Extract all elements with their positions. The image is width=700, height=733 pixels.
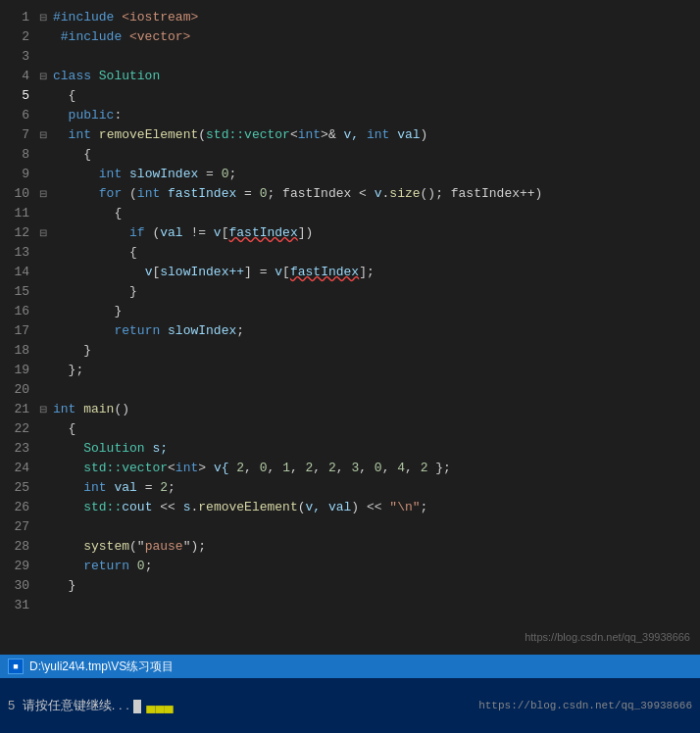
token: { — [53, 145, 91, 165]
code-line: ⊟ int removeElement(std::vector<int>& v,… — [39, 125, 692, 145]
fold-icon[interactable] — [39, 106, 53, 125]
token: v, — [344, 125, 367, 145]
code-line: public: — [39, 106, 692, 125]
token: fastIndex — [228, 223, 297, 243]
fold-icon[interactable] — [39, 145, 53, 165]
code-line: } — [39, 282, 692, 302]
fold-icon[interactable] — [39, 321, 53, 341]
token: , — [290, 459, 306, 478]
fold-icon[interactable] — [39, 341, 53, 361]
token: ; — [145, 557, 153, 576]
token: fastIndex — [290, 263, 359, 282]
fold-icon[interactable] — [39, 27, 53, 47]
line-number: 19 — [8, 361, 29, 380]
token: 2 — [328, 459, 336, 478]
token: , — [313, 459, 328, 478]
fold-icon[interactable] — [39, 361, 53, 380]
token: fastIndex — [168, 184, 236, 204]
token: int — [175, 459, 198, 478]
token: [ — [222, 223, 229, 243]
fold-icon[interactable] — [39, 596, 53, 615]
fold-icon[interactable]: ⊟ — [39, 125, 53, 145]
fold-icon[interactable] — [39, 86, 53, 106]
token: ] = — [244, 263, 275, 282]
fold-icon[interactable]: ⊟ — [39, 400, 53, 419]
code-line: { — [39, 243, 692, 263]
code-line: { — [39, 86, 692, 106]
terminal-watermark: https://blog.csdn.net/qq_39938666 — [478, 700, 692, 711]
line-number: 6 — [8, 106, 29, 125]
fold-icon[interactable] — [39, 537, 53, 557]
token: class — [53, 67, 99, 86]
fold-icon[interactable] — [39, 47, 53, 67]
fold-icon[interactable] — [39, 282, 53, 302]
line-number: 24 — [8, 459, 29, 478]
token: ]; — [359, 263, 375, 282]
token — [53, 557, 83, 576]
token: #include — [53, 8, 122, 27]
token: removeElement — [198, 498, 297, 517]
fold-icon[interactable] — [39, 557, 53, 576]
token: int — [83, 478, 114, 498]
token: 1 — [282, 459, 290, 478]
fold-icon[interactable] — [39, 165, 53, 184]
fold-icon[interactable]: ⊟ — [39, 67, 53, 86]
line-numbers: 1234567891011121314151617181920212223242… — [0, 0, 35, 655]
terminal-prompt-text: 请按任意键继续. . . — [23, 698, 129, 712]
line-number: 18 — [8, 341, 29, 361]
fold-icon[interactable] — [39, 380, 53, 400]
line-number: 5 — [8, 86, 29, 106]
token: std:: — [83, 459, 122, 478]
fold-icon[interactable] — [39, 419, 53, 439]
code-line: ⊟ for (int fastIndex = 0; fastIndex < v.… — [39, 184, 692, 204]
code-line: ⊟#include <iostream> — [39, 8, 692, 27]
token: #include — [53, 27, 129, 47]
code-line: Solution s; — [39, 439, 692, 459]
token: slowIndex — [129, 165, 198, 184]
code-content[interactable]: ⊟#include <iostream> #include <vector> ⊟… — [35, 0, 700, 655]
fold-icon[interactable]: ⊟ — [39, 184, 53, 204]
code-line: v[slowIndex++] = v[fastIndex]; — [39, 263, 692, 282]
token: 2 — [236, 459, 244, 478]
fold-icon[interactable]: ⊟ — [39, 223, 53, 243]
token: ; — [236, 321, 244, 341]
fold-icon[interactable] — [39, 517, 53, 537]
token: Solution — [83, 439, 152, 459]
line-number: 20 — [8, 380, 29, 400]
token — [53, 184, 99, 204]
fold-icon[interactable] — [39, 263, 53, 282]
fold-icon[interactable] — [39, 204, 53, 223]
fold-icon[interactable] — [39, 576, 53, 596]
token: vector — [244, 125, 290, 145]
line-number: 16 — [8, 302, 29, 321]
token: int — [298, 125, 321, 145]
code-line: int val = 2; — [39, 478, 692, 498]
token: 3 — [351, 459, 359, 478]
token: int — [137, 184, 168, 204]
token: <vector> — [129, 27, 190, 47]
token: > — [198, 459, 214, 478]
token: [ — [282, 263, 290, 282]
line-number: 11 — [8, 204, 29, 223]
token: } — [53, 576, 75, 596]
token — [53, 478, 83, 498]
token: if — [129, 223, 152, 243]
token: , — [405, 459, 421, 478]
token: ) << — [351, 498, 389, 517]
fold-icon[interactable] — [39, 439, 53, 459]
token: return — [114, 321, 168, 341]
token: , — [382, 459, 398, 478]
token: ) — [421, 125, 428, 145]
fold-icon[interactable]: ⊟ — [39, 8, 53, 27]
fold-icon[interactable] — [39, 478, 53, 498]
token: ( — [298, 498, 306, 517]
token: v, val — [306, 498, 352, 517]
token: Solution — [99, 67, 160, 86]
fold-icon[interactable] — [39, 498, 53, 517]
fold-icon[interactable] — [39, 302, 53, 321]
token: std:: — [206, 125, 244, 145]
token: != — [183, 223, 214, 243]
fold-icon[interactable] — [39, 459, 53, 478]
token — [53, 263, 145, 282]
fold-icon[interactable] — [39, 243, 53, 263]
